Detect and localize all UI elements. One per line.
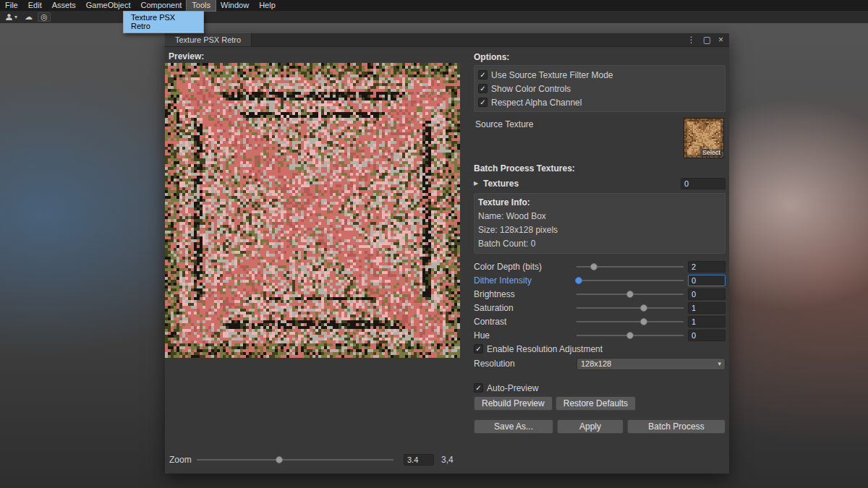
menu-assets[interactable]: Assets (47, 0, 81, 11)
dither-intensity-field[interactable]: 0 (688, 275, 726, 286)
checkbox-label: Show Color Controls (491, 84, 571, 94)
slider-label: Color Depth (bits) (474, 262, 576, 272)
brightness-field[interactable]: 0 (688, 288, 726, 300)
checkbox-icon[interactable] (474, 344, 483, 354)
checkbox-row-color-controls[interactable]: Show Color Controls (478, 82, 721, 95)
preview-buttons-row: Rebuild Preview Restore Defaults (474, 396, 726, 411)
tools-dropdown-menu: Texture PSX Retro (123, 11, 204, 33)
slider-row-hue: Hue 0 (474, 328, 726, 342)
menu-item-texture-psx-retro[interactable]: Texture PSX Retro (124, 12, 203, 33)
kebab-menu-icon[interactable]: ⋮ (687, 35, 696, 45)
slider-knob[interactable] (640, 318, 647, 325)
account-button[interactable]: ▾ (3, 12, 20, 22)
zoom-slider-knob[interactable] (276, 456, 283, 463)
close-icon[interactable]: × (718, 35, 723, 45)
source-texture-picker[interactable]: Select (684, 118, 724, 158)
contrast-field[interactable]: 1 (688, 316, 726, 328)
cloud-icon: ☁ (25, 12, 33, 22)
services-icon: ◎ (41, 12, 48, 22)
menu-file[interactable]: File (0, 0, 23, 11)
slider-knob[interactable] (626, 291, 634, 298)
slider-track (576, 321, 684, 322)
texture-psx-retro-window: Texture PSX Retro ⋮ ▢ × Preview: Zoom 3.… (165, 33, 729, 474)
slider-label: Dither Intensity (474, 275, 576, 286)
cloud-button[interactable]: ☁ (22, 12, 35, 22)
window-body: Preview: Zoom 3.4 3,4 Options: Use Sourc… (165, 48, 729, 474)
maximize-icon[interactable]: ▢ (703, 35, 711, 45)
saturation-slider[interactable] (576, 302, 684, 314)
slider-row-saturation: Saturation 1 (474, 301, 726, 314)
menu-component[interactable]: Component (135, 0, 187, 11)
options-panel: Use Source Texture Filter Mode Show Colo… (474, 65, 726, 112)
checkbox-label: Auto-Preview (487, 383, 538, 393)
hue-field[interactable]: 0 (688, 330, 726, 341)
checkbox-row-alpha-channel[interactable]: Respect Alpha Channel (478, 95, 721, 109)
zoom-row: Zoom 3.4 3,4 (169, 453, 459, 466)
action-buttons-row: Save As... Apply Batch Process (474, 419, 726, 434)
resolution-dropdown[interactable]: 128x128 ▾ (576, 358, 726, 370)
checkbox-label: Enable Resolution Adjustment (487, 344, 603, 354)
zoom-value-field[interactable]: 3.4 (404, 454, 434, 466)
rebuild-preview-button[interactable]: Rebuild Preview (474, 396, 553, 411)
color-depth-slider[interactable] (576, 261, 684, 273)
preview-canvas (165, 63, 460, 358)
apply-button[interactable]: Apply (557, 419, 624, 434)
saturation-field[interactable]: 1 (688, 302, 726, 314)
slider-label: Contrast (474, 317, 576, 327)
checkbox-icon[interactable] (478, 98, 488, 107)
checkbox-row-filter-mode[interactable]: Use Source Texture Filter Mode (478, 68, 721, 82)
checkbox-label: Use Source Texture Filter Mode (491, 70, 613, 80)
batch-process-button[interactable]: Batch Process (627, 419, 726, 434)
zoom-slider-track (197, 459, 393, 461)
hue-slider[interactable] (576, 330, 684, 341)
menu-edit[interactable]: Edit (23, 0, 47, 11)
zoom-slider[interactable] (197, 454, 393, 466)
slider-knob[interactable] (575, 277, 582, 284)
slider-label: Saturation (474, 303, 576, 313)
texture-info-name: Name: Wood Box (478, 210, 721, 223)
slider-knob[interactable] (640, 304, 647, 312)
checkbox-row-resolution-adjustment[interactable]: Enable Resolution Adjustment (474, 342, 726, 356)
save-as-button[interactable]: Save As... (474, 419, 553, 434)
account-icon (5, 13, 13, 21)
texture-info-batch-count: Batch Count: 0 (478, 237, 721, 251)
checkbox-label: Respect Alpha Channel (491, 98, 582, 108)
services-button[interactable]: ◎ (38, 12, 51, 22)
resolution-value: 128x128 (581, 359, 611, 368)
resolution-row: Resolution 128x128 ▾ (474, 356, 726, 371)
slider-row-contrast: Contrast 1 (474, 314, 726, 328)
checkbox-icon[interactable] (478, 70, 488, 80)
zoom-display-text: 3,4 (441, 455, 454, 465)
dither-intensity-slider[interactable] (576, 275, 684, 286)
textures-foldout-label[interactable]: Textures (483, 179, 681, 189)
checkbox-row-auto-preview[interactable]: Auto-Preview (474, 381, 726, 395)
slider-knob[interactable] (590, 263, 597, 270)
texture-info-header: Texture Info: (478, 196, 721, 210)
chevron-down-icon: ▾ (14, 14, 17, 20)
resolution-label: Resolution (474, 359, 576, 369)
textures-count-field[interactable]: 0 (681, 178, 726, 189)
source-texture-row: Source Texture Select (474, 118, 726, 161)
menu-gameobject[interactable]: GameObject (81, 0, 136, 11)
tab-texture-psx-retro[interactable]: Texture PSX Retro (165, 33, 252, 46)
texture-info-size: Size: 128x128 pixels (478, 223, 721, 237)
restore-defaults-button[interactable]: Restore Defaults (556, 396, 636, 411)
slider-row-dither-intensity: Dither Intensity 0 (474, 273, 726, 287)
options-header: Options: (474, 52, 726, 62)
preview-pane: Preview: Zoom 3.4 3,4 (165, 48, 463, 474)
texture-info-panel: Texture Info: Name: Wood Box Size: 128x1… (474, 193, 726, 254)
foldout-arrow-icon[interactable]: ▶ (474, 180, 483, 187)
color-depth-field[interactable]: 2 (688, 261, 726, 273)
slider-knob[interactable] (626, 332, 634, 339)
checkbox-icon[interactable] (474, 383, 483, 393)
checkbox-icon[interactable] (478, 84, 488, 93)
menu-window[interactable]: Window (216, 0, 254, 11)
select-button[interactable]: Select (700, 149, 723, 157)
menu-tools[interactable]: Tools (187, 0, 216, 11)
chevron-down-icon: ▾ (718, 360, 721, 367)
contrast-slider[interactable] (576, 316, 684, 328)
window-header: Texture PSX Retro ⋮ ▢ × (165, 33, 729, 47)
brightness-slider[interactable] (576, 288, 684, 300)
textures-foldout-row: ▶ Textures 0 (474, 176, 726, 190)
menu-help[interactable]: Help (254, 0, 281, 11)
